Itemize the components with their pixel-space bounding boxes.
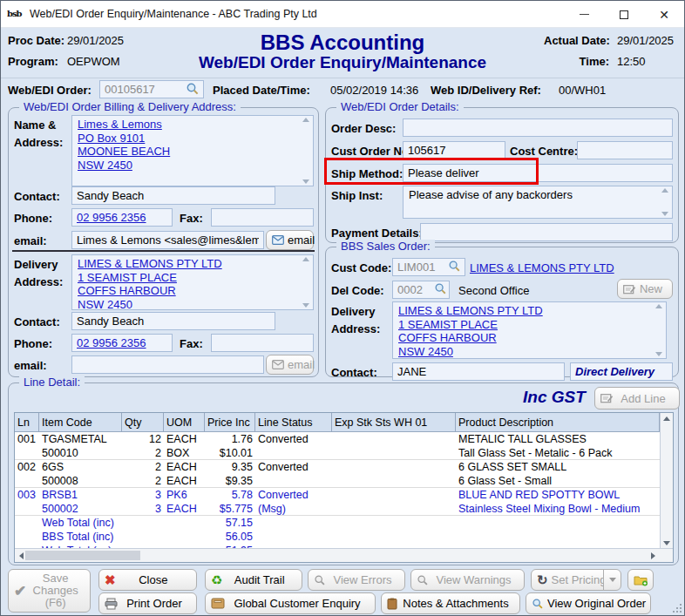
vertical-scrollbar[interactable] [660, 413, 673, 549]
notes-attachments-button[interactable]: Notes & Attachments [381, 592, 520, 614]
table-cell: 001 [15, 433, 39, 445]
order-desc-input[interactable] [403, 118, 673, 137]
global-customer-enquiry-button[interactable]: Global Customer Enquiry [205, 592, 376, 614]
open-folder-button[interactable] [627, 569, 654, 591]
close-window-button[interactable]: ✖ Close [98, 569, 197, 591]
column-header[interactable]: Price Inc [205, 413, 255, 431]
billing-address-line[interactable]: MOONEE BEACH [78, 145, 308, 159]
column-header[interactable]: Item Code [39, 413, 122, 431]
print-order-button[interactable]: Print Order [98, 592, 197, 614]
table-row[interactable]: Web Total (inc)57.15 [15, 516, 660, 530]
web-edi-order-label: Web/EDI Order: [8, 84, 92, 97]
delivery-contact-input[interactable] [71, 312, 275, 330]
delivery-label: Delivery [14, 258, 58, 271]
sales-delivery-address-box[interactable]: LIMES & LEMONS PTY LTD 1 SEAMIST PLACE C… [392, 301, 667, 359]
billing-email-input[interactable] [71, 231, 264, 249]
webid-value: 00/WH01 [559, 84, 606, 97]
cust-code-search-icon[interactable] [448, 260, 461, 273]
del-code-label: Del Code: [331, 284, 384, 297]
sales-address-line[interactable]: 1 SEAMIST PLACE [398, 318, 661, 332]
direct-delivery-field: Direct Delivery [570, 362, 673, 381]
column-header[interactable]: Line Status [255, 413, 332, 431]
table-row[interactable]: 5000102BOX$10.01Tall Glass Set - Metalic… [15, 446, 660, 460]
billing-contact-input[interactable] [71, 186, 275, 205]
phone-link[interactable]: 02 9956 2356 [77, 211, 146, 224]
billing-address-box[interactable]: Limes & Lemons PO Box 9101 MOONEE BEACH … [71, 115, 314, 186]
table-cell: EACH [164, 461, 205, 473]
column-header[interactable]: Product Description [456, 413, 660, 431]
phone-link[interactable]: 02 9956 2356 [77, 336, 146, 349]
table-cell: Converted [255, 433, 332, 445]
payment-input[interactable] [420, 223, 673, 241]
sales-address-line[interactable]: LIMES & LEMONS PTY LTD [398, 304, 661, 318]
delivery-fax-input[interactable] [211, 334, 314, 352]
close-button[interactable]: ✕ [644, 1, 684, 28]
column-header[interactable]: Qty [122, 413, 164, 431]
scrollbar[interactable] [300, 118, 311, 184]
scrollbar[interactable] [300, 257, 311, 308]
notes-icon [387, 598, 397, 610]
table-row[interactable]: 0026GS2EACH9.35Converted6 GLASS SET SMAL… [15, 460, 660, 474]
delivery-address-line[interactable]: COFFS HARBOUR [78, 284, 308, 298]
billing-address-line[interactable]: PO Box 9101 [78, 132, 308, 146]
column-header[interactable]: Ln [15, 413, 39, 431]
table-cell: (Msg) [255, 503, 332, 515]
set-pricing-button: ↻ Set Pricing [531, 569, 604, 591]
table-row[interactable]: BBS Total (inc)56.05 [15, 530, 660, 544]
billing-fax-input[interactable] [211, 208, 314, 227]
sales-address-line[interactable]: COFFS HARBOUR [398, 331, 661, 345]
billing-address-line[interactable]: NSW 2450 [78, 159, 308, 173]
table-row[interactable]: 001TGASMETAL12EACH1.76ConvertedMETALIC T… [15, 432, 660, 446]
table-cell: 002 [15, 461, 39, 473]
maximize-button[interactable] [604, 1, 644, 28]
sales-address-line[interactable]: NSW 2450 [398, 345, 661, 359]
line-detail-group: Line Detail: Inc GST Add Line LnItem Cod… [8, 382, 679, 565]
table-cell: 500002 [39, 503, 122, 515]
table-cell: 3 [122, 489, 164, 501]
scrollbar-thumb[interactable] [25, 551, 140, 560]
table-cell: 2 [122, 461, 164, 473]
cost-centre-input[interactable] [577, 141, 673, 159]
table-cell: Converted [255, 489, 332, 501]
global-enquiry-icon [211, 598, 225, 609]
audit-trail-button[interactable]: ♻ Audit Trail [205, 569, 302, 591]
delivery-address-line[interactable]: LIMES & LEMONS PTY LTD [78, 257, 308, 271]
scrollbar[interactable] [653, 304, 664, 356]
section-divider [12, 250, 315, 252]
column-header[interactable]: UOM [164, 413, 205, 431]
delivery-address-line[interactable]: 1 SEAMIST PLACE [78, 271, 308, 285]
column-header[interactable]: Exp Stk Sts WH 01 [332, 413, 456, 431]
ship-method-label: Ship Method: [331, 167, 403, 180]
table-row[interactable]: 5000023EACH$5.775(Msg)Stainless Steel Mi… [15, 502, 660, 516]
table-cell: 9.35 [205, 461, 255, 473]
delivery-address-box[interactable]: LIMES & LEMONS PTY LTD 1 SEAMIST PLACE C… [71, 254, 314, 310]
delivery-address-line[interactable]: NSW 2450 [78, 298, 308, 311]
view-original-order-button[interactable]: View Original Order [526, 592, 651, 614]
ship-method-input[interactable] [403, 164, 673, 182]
table-row[interactable]: 003BRSB13PK65.78ConvertedBLUE AND RED SP… [15, 488, 660, 502]
cust-order-input[interactable] [403, 141, 505, 159]
table-cell: Stainless Steel Mixing Bowl - Medium [456, 503, 660, 515]
view-errors-button: View Errors [308, 569, 405, 591]
billing-address-line[interactable]: Limes & Lemons [78, 118, 308, 132]
ship-inst-box[interactable]: Please advise of any backorders [403, 186, 673, 219]
table-row[interactable]: 5000082EACH$9.356 Glass Set - Small [15, 474, 660, 488]
resize-grip[interactable] [673, 604, 682, 613]
order-details-group: Web/EDI Order Details: Order Desc: Cust … [325, 107, 679, 243]
delivery-phone-field[interactable]: 02 9956 2356 [71, 334, 173, 352]
order-search-icon[interactable] [186, 82, 200, 96]
actual-date-label: Actual Date: [544, 34, 609, 47]
billing-email-button[interactable]: email [266, 230, 314, 250]
horizontal-scrollbar[interactable] [15, 548, 673, 562]
cust-name-link[interactable]: LIMES & LEMONS PTY LTD [470, 261, 614, 274]
scrollbar[interactable] [659, 188, 670, 216]
ship-inst-label: Ship Inst: [331, 189, 383, 202]
table-cell: TGASMETAL [39, 433, 122, 445]
billing-phone-field[interactable]: 02 9956 2356 [71, 208, 173, 227]
sales-contact-input[interactable] [392, 362, 565, 381]
details-group-title: Web/EDI Order Details: [336, 100, 464, 113]
window-title: Web/EDI Order Enquiry/Maintenance - ABC … [30, 8, 317, 20]
delivery-email-input[interactable] [71, 355, 264, 374]
del-code-search-icon[interactable] [434, 282, 447, 295]
minimize-button[interactable] [564, 1, 604, 28]
